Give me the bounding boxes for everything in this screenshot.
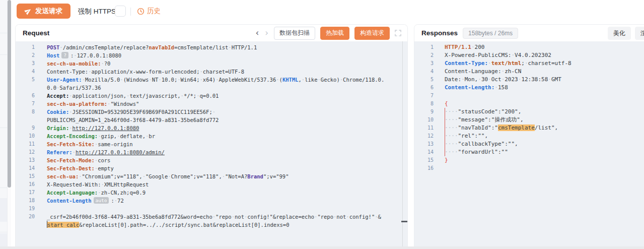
- code-line[interactable]: 18Content-Lengthauto:·72: [16, 197, 407, 205]
- highlighted-text: start·calc: [47, 222, 79, 228]
- beautify-button[interactable]: 美化: [608, 27, 631, 40]
- line-content: ····"navTabId":"cmsTemplate/list",: [445, 124, 558, 132]
- code-line[interactable]: 13····"callbackType":"",: [414, 140, 644, 148]
- history-button[interactable]: 历史: [137, 7, 161, 16]
- code-line[interactable]: 5Date:·Mon,·30·Oct·2023·12:38:58·GMT: [414, 76, 644, 84]
- line-content: Accept-Language:·zh-CN,zh;q=0.9: [47, 189, 146, 197]
- chevron-left-icon[interactable]: ‹: [255, 29, 259, 37]
- horizontal-scrollbar[interactable]: [0, 246, 644, 249]
- line-number: 14: [414, 148, 438, 156]
- line-number: 11: [414, 124, 438, 132]
- token: Content-Language:·zh-CN: [445, 68, 521, 75]
- code-line[interactable]: 17Accept-Language:·zh-CN,zh;q=0.9: [16, 189, 407, 197]
- vertical-scrollbar-thumb[interactable]: [8, 0, 11, 188]
- line-number: 10: [414, 116, 438, 124]
- line-number: 1: [16, 43, 39, 51]
- line-content: User-Agent:·Mozilla/5.0·(Windows·NT·10.0…: [47, 76, 384, 84]
- code-line[interactable]: 12Referer:·http://127.0.0.1:8080/admin/: [16, 148, 407, 156]
- code-line[interactable]: 14····"forwardUrl":"": [414, 148, 644, 156]
- url-link[interactable]: http://127.0.0.1:8080: [73, 125, 139, 131]
- line-content: ····"statusCode":"200",: [445, 108, 521, 116]
- force-https-toggle[interactable]: [115, 6, 126, 17]
- code-line[interactable]: 16X-Requested-With:·XMLHttpRequest: [16, 180, 407, 189]
- send-request-button[interactable]: 发送请求: [17, 4, 70, 19]
- line-number: 6: [16, 92, 39, 100]
- code-line[interactable]: 14Sec-Fetch-Dest:·empty: [16, 164, 407, 172]
- code-line[interactable]: PUBLICCMS_ADMIN=1_2b46f00d-3f68-4479-a83…: [16, 116, 407, 124]
- render-button[interactable]: 渲染: [635, 27, 644, 40]
- token: sec-ch-ua-platform:: [47, 101, 107, 107]
- code-line[interactable]: start·calc&replaceList[0].path=../../scr…: [16, 221, 407, 229]
- hot-reload-button[interactable]: 热加载: [320, 27, 349, 40]
- code-line[interactable]: 6Accept:·application/json,·text/javascri…: [16, 92, 407, 100]
- code-line[interactable]: 11····"navTabId":"cmsTemplate/list",: [414, 124, 644, 132]
- line-content: {: [445, 100, 448, 108]
- token: Brand: [247, 173, 263, 179]
- code-line[interactable]: 8{: [414, 100, 644, 108]
- token: :·127.0.0.1:8080: [70, 52, 121, 58]
- line-content: sec-ch-ua:·"Chromium";v="118",·"Google·C…: [47, 172, 289, 180]
- response-size-time-badge: 158bytes / 26ms: [463, 28, 518, 39]
- code-line[interactable]: 10····"message":"操作成功",: [414, 116, 644, 124]
- line-number: 20: [16, 213, 39, 221]
- request-panel-title: Request: [23, 29, 49, 37]
- token: ;·charset=utf-8: [521, 60, 571, 67]
- code-line[interactable]: 20_csrf=2b46f00d-3f68-4479-a831-35be6a8f…: [16, 213, 407, 221]
- line-number: 15: [414, 156, 438, 164]
- code-line[interactable]: 2X-Powered-PublicCMS:·V4.0.202302: [414, 51, 644, 59]
- token: User-Agent:: [47, 77, 82, 83]
- token: X-Powered-PublicCMS:·V4.0.202302: [445, 52, 551, 58]
- token: sec-ch-ua:: [47, 173, 79, 179]
- code-line[interactable]: 9Origin:·http://127.0.0.1:8080: [16, 124, 407, 132]
- line-number: 13: [16, 156, 39, 164]
- line-number: 5: [16, 76, 39, 84]
- divider: [0, 128, 7, 128]
- code-line[interactable]: 16: [414, 164, 644, 172]
- code-line[interactable]: 3Content-Type:·text/html;·charset=utf-8: [414, 59, 644, 68]
- code-line[interactable]: 1HTTP/1.1·200: [414, 43, 644, 51]
- token: ·JSESSIONID=95329D5E39F69B69F0A291CC119E…: [69, 109, 216, 115]
- code-line[interactable]: 11Sec-Fetch-Site:·same-origin: [16, 140, 407, 148]
- token: ·application/json,·text/javascript,·*/*;…: [69, 93, 219, 99]
- toolbar: 发送请求 强制 HTTPS 历史: [11, 0, 644, 23]
- request-editor[interactable]: 1POST·/admin/cmsTemplate/replace?navTabI…: [16, 41, 407, 248]
- line-content: start·calc&replaceList[0].path=../../scr…: [47, 221, 289, 229]
- divider: [0, 232, 7, 232]
- packet-scan-button[interactable]: 数据包扫描: [274, 27, 315, 40]
- token: X-Requested-With:·XMLHttpRequest: [47, 181, 149, 188]
- fullscreen-icon[interactable]: [395, 30, 401, 36]
- line-number: 5: [414, 76, 438, 84]
- code-line[interactable]: 13Sec-Fetch-Mode:·cors: [16, 156, 407, 164]
- line-number: 19: [16, 205, 39, 213]
- line-content: Cookie:·JSESSIONID=95329D5E39F69B69F0A29…: [47, 108, 216, 116]
- line-content: sec-ch-ua-platform:·"Windows": [47, 100, 139, 108]
- code-line[interactable]: 0.0·Safari/537.36: [16, 84, 407, 92]
- code-line[interactable]: 15}: [414, 156, 644, 164]
- code-line[interactable]: 1POST·/admin/cmsTemplate/replace?navTabI…: [16, 43, 407, 51]
- code-line[interactable]: 12····"rel":"",: [414, 132, 644, 140]
- line-number: 7: [16, 100, 39, 108]
- code-line[interactable]: 8Cookie:·JSESSIONID=95329D5E39F69B69F0A2…: [16, 108, 407, 116]
- line-content: Sec-Fetch-Dest:·empty: [47, 164, 114, 172]
- code-line[interactable]: 6Content-Length:·158: [414, 84, 644, 92]
- code-line[interactable]: 5User-Agent:·Mozilla/5.0·(Windows·NT·10.…: [16, 76, 407, 84]
- code-line[interactable]: 2Host?:·127.0.0.1:8080: [16, 51, 407, 59]
- code-line[interactable]: 19: [16, 205, 407, 213]
- code-line[interactable]: 3sec-ch-ua-mobile:·?0: [16, 59, 407, 68]
- code-line[interactable]: 4Content-Type:·application/x-www-form-ur…: [16, 68, 407, 76]
- chevron-right-icon[interactable]: ›: [264, 29, 269, 37]
- code-line[interactable]: 7sec-ch-ua-platform:·"Windows": [16, 100, 407, 108]
- code-line[interactable]: 4Content-Language:·zh-CN: [414, 68, 644, 76]
- response-editor[interactable]: 1HTTP/1.1·2002X-Powered-PublicCMS:·V4.0.…: [414, 41, 644, 248]
- code-line[interactable]: 10Accept-Encoding:·gzip,·deflate,·br: [16, 132, 407, 140]
- response-panel-header: Responses 158bytes / 26ms 美化 渲染: [414, 25, 644, 41]
- build-request-button[interactable]: 构造请求: [354, 27, 390, 40]
- code-line[interactable]: 7: [414, 92, 644, 100]
- line-content: ····"forwardUrl":"": [445, 148, 508, 156]
- code-line[interactable]: 15sec-ch-ua:·"Chromium";v="118",·"Google…: [16, 172, 407, 180]
- code-line[interactable]: 9····"statusCode":"200",: [414, 108, 644, 116]
- line-number: 9: [414, 108, 438, 116]
- url-link[interactable]: http://127.0.0.1:8080/admin/: [76, 149, 165, 155]
- editor-scrollbar-track[interactable]: [402, 41, 403, 248]
- divider: [0, 33, 7, 33]
